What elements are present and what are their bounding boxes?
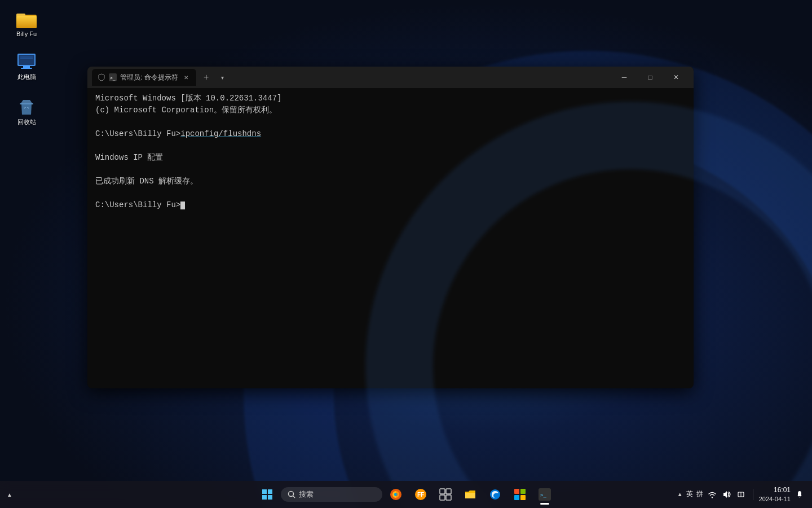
cmd-line-4: C:\Users\Billy Fu>ipconfig/flushdns bbox=[95, 128, 686, 140]
task-view-icon bbox=[439, 488, 452, 501]
tray-divider bbox=[753, 489, 753, 500]
notification-icon bbox=[796, 491, 804, 498]
taskbar: ▲ 搜索 bbox=[0, 481, 812, 508]
svg-rect-16 bbox=[268, 495, 272, 500]
cmd-line-5 bbox=[95, 140, 686, 152]
search-icon bbox=[288, 491, 295, 498]
windows-logo-icon bbox=[262, 489, 273, 500]
desktop-icon-billy-fu-label: Billy Fu bbox=[16, 30, 37, 37]
cmd-line-10: C:\Users\Billy Fu> bbox=[95, 199, 686, 211]
search-bar[interactable]: 搜索 bbox=[281, 487, 382, 502]
svg-text:>_: >_ bbox=[540, 492, 546, 498]
edge-icon bbox=[489, 488, 501, 501]
taskbar-terminal-button[interactable]: >_ bbox=[533, 483, 556, 506]
svg-rect-30 bbox=[520, 489, 526, 494]
svg-rect-27 bbox=[446, 495, 451, 500]
minimize-button[interactable]: ─ bbox=[611, 68, 637, 86]
taskbar-explorer-button[interactable] bbox=[459, 483, 482, 506]
start-button[interactable] bbox=[256, 483, 279, 506]
clock-date: 2024-04-11 bbox=[759, 495, 791, 503]
desktop-icon-computer[interactable]: 此电脑 bbox=[4, 48, 49, 84]
maximize-button[interactable]: □ bbox=[637, 68, 663, 86]
svg-line-18 bbox=[293, 496, 295, 498]
svg-rect-14 bbox=[268, 489, 272, 494]
firefox-icon bbox=[389, 488, 403, 501]
svg-rect-25 bbox=[446, 489, 451, 494]
cmd-titlebar: >_ 管理员: 命令提示符 ✕ + ▾ ─ □ ✕ bbox=[87, 67, 694, 88]
cmd-command-1: ipconfig/flushdns bbox=[180, 129, 261, 138]
svg-rect-31 bbox=[514, 495, 519, 500]
window-controls: ─ □ ✕ bbox=[611, 68, 689, 86]
svg-rect-9 bbox=[20, 58, 33, 59]
svg-rect-13 bbox=[262, 489, 267, 494]
svg-rect-32 bbox=[520, 495, 526, 500]
desktop-icon-computer-label: 此电脑 bbox=[17, 73, 36, 81]
cmd-line-2: (c) Microsoft Corporation。保留所有权利。 bbox=[95, 104, 686, 116]
cmd-line-9 bbox=[95, 187, 686, 199]
cmd-content[interactable]: Microsoft Windows [版本 10.0.22631.3447] (… bbox=[87, 88, 694, 388]
svg-rect-10 bbox=[20, 103, 33, 104]
wifi-icon[interactable] bbox=[707, 489, 718, 500]
taskbar-firefox-button[interactable] bbox=[385, 483, 407, 506]
svg-rect-29 bbox=[514, 489, 519, 494]
taskbar-edge-button[interactable] bbox=[484, 483, 506, 506]
new-tab-button[interactable]: + bbox=[198, 69, 214, 85]
svg-rect-3 bbox=[16, 16, 37, 28]
svg-point-17 bbox=[289, 492, 294, 497]
volume-icon[interactable] bbox=[721, 489, 732, 500]
svg-rect-6 bbox=[23, 66, 30, 68]
task-view-button[interactable] bbox=[434, 483, 457, 506]
store-icon bbox=[514, 488, 526, 501]
desktop-icon-recycle[interactable]: 回收站 bbox=[4, 93, 49, 129]
cmd-cursor bbox=[180, 202, 185, 209]
svg-rect-15 bbox=[262, 495, 267, 500]
cmd-tab[interactable]: >_ 管理员: 命令提示符 ✕ bbox=[92, 69, 196, 86]
shield-icon bbox=[98, 73, 105, 81]
taskbar-center: 搜索 FF bbox=[256, 483, 556, 506]
tray-expand-button[interactable]: ▲ bbox=[677, 491, 683, 497]
cmd-tab-close-button[interactable]: ✕ bbox=[182, 73, 191, 82]
folder-explorer-icon bbox=[464, 488, 476, 501]
terminal-icon: >_ bbox=[109, 73, 117, 81]
cmd-window: >_ 管理员: 命令提示符 ✕ + ▾ ─ □ ✕ Microsoft Wind… bbox=[87, 67, 694, 388]
svg-rect-24 bbox=[440, 489, 445, 494]
taskbar-app2-button[interactable]: FF bbox=[409, 483, 432, 506]
app2-icon: FF bbox=[414, 488, 427, 501]
svg-rect-26 bbox=[440, 495, 445, 500]
svg-text:FF: FF bbox=[417, 492, 424, 498]
cmd-prompt-2: C:\Users\Billy Fu> bbox=[95, 200, 180, 209]
tray-overflow-button[interactable]: ▲ bbox=[7, 492, 12, 498]
wifi-signal-icon bbox=[708, 490, 717, 499]
recycle-icon bbox=[15, 95, 38, 118]
ime-lang[interactable]: 英 bbox=[686, 489, 693, 499]
ime-mode[interactable]: 拼 bbox=[696, 489, 703, 499]
taskbar-store-button[interactable] bbox=[509, 483, 531, 506]
computer-icon bbox=[15, 50, 38, 73]
cmd-prompt-1: C:\Users\Billy Fu> bbox=[95, 129, 180, 138]
svg-point-28 bbox=[490, 489, 500, 500]
volume-signal-icon bbox=[722, 490, 731, 499]
cmd-line-8: 已成功刷新 DNS 解析缓存。 bbox=[95, 176, 686, 187]
close-button[interactable]: ✕ bbox=[663, 68, 689, 86]
desktop-icon-recycle-label: 回收站 bbox=[17, 118, 36, 126]
desktop: Billy Fu 此电脑 回收站 bbox=[0, 0, 812, 508]
folder-icon bbox=[15, 8, 38, 30]
notification-button[interactable] bbox=[794, 489, 805, 500]
svg-text:>_: >_ bbox=[110, 76, 116, 81]
cmd-tab-title: 管理员: 命令提示符 bbox=[120, 73, 178, 82]
search-bar-text: 搜索 bbox=[299, 489, 314, 500]
terminal-taskbar-icon: >_ bbox=[539, 488, 551, 501]
cmd-line-6: Windows IP 配置 bbox=[95, 152, 686, 164]
speaker-icon[interactable] bbox=[736, 489, 747, 500]
sound-icon bbox=[737, 490, 746, 499]
svg-rect-7 bbox=[21, 68, 32, 69]
cmd-line-7 bbox=[95, 164, 686, 176]
tab-dropdown-button[interactable]: ▾ bbox=[217, 71, 229, 84]
clock-time: 16:01 bbox=[759, 486, 791, 495]
svg-rect-5 bbox=[19, 55, 34, 65]
cmd-line-3 bbox=[95, 116, 686, 128]
cmd-line-1: Microsoft Windows [版本 10.0.22631.3447] bbox=[95, 93, 686, 104]
system-clock[interactable]: 16:01 2024-04-11 bbox=[759, 486, 791, 503]
desktop-icon-billy-fu[interactable]: Billy Fu bbox=[4, 6, 49, 40]
taskbar-right: ▲ 英 拼 bbox=[677, 486, 805, 503]
